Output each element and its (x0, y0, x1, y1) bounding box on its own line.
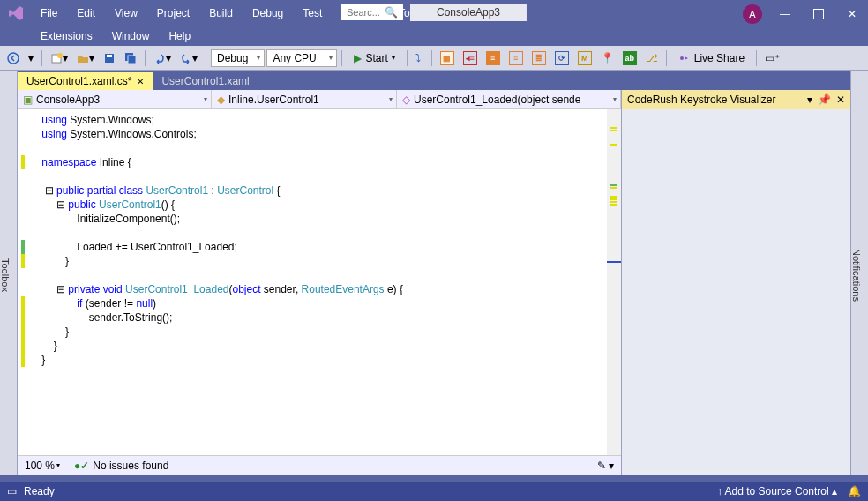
code-editor[interactable]: using System.Windows; using System.Windo… (18, 109, 621, 455)
main-toolbar: ▾ ▾ ▾ ▾ ▾ Debug Any CPU ▶Start▾ ⤵ ▦ ◂≡ ≡… (0, 46, 868, 71)
svg-point-0 (8, 53, 19, 64)
cr-icon-4[interactable]: ≡ (505, 49, 527, 68)
svg-point-2 (57, 53, 63, 58)
cr-icon-10[interactable]: ⎇ (642, 49, 662, 68)
save-button[interactable] (100, 49, 119, 68)
search-box[interactable]: 🔍 (341, 4, 403, 20)
config-dropdown[interactable]: Debug (211, 49, 265, 67)
user-avatar[interactable]: A (743, 4, 762, 24)
menu-file[interactable]: File (32, 4, 66, 23)
search-icon: 🔍 (385, 6, 398, 19)
cr-icon-1[interactable]: ▦ (437, 49, 458, 68)
menu-build[interactable]: Build (200, 4, 242, 23)
step-button[interactable]: ⤵ (412, 49, 424, 68)
menu-view[interactable]: View (106, 4, 146, 23)
nav-method-dropdown[interactable]: ◇UserControl1_Loaded(object sende (397, 90, 621, 108)
menu-edit[interactable]: Edit (68, 4, 104, 23)
menu-window[interactable]: Window (103, 26, 159, 46)
svg-rect-6 (128, 56, 136, 64)
save-all-button[interactable] (121, 49, 140, 68)
svg-point-7 (680, 56, 684, 60)
back-button[interactable] (4, 49, 23, 68)
toolbox-sidebar[interactable]: Toolbox (0, 71, 18, 475)
panel-header[interactable]: CodeRush Keystroke Visualizer ▾ 📌 ✕ (622, 90, 850, 109)
cr-icon-5[interactable]: ≣ (528, 49, 550, 68)
close-tab-icon[interactable]: ✕ (137, 77, 144, 86)
cr-icon-8[interactable]: 📍 (597, 49, 617, 68)
minimize-button[interactable]: — (774, 5, 796, 23)
redo-button[interactable]: ▾ (176, 49, 201, 68)
tab-usercontrol-xaml[interactable]: UserControl1.xaml (153, 72, 258, 90)
menu-extensions[interactable]: Extensions (32, 26, 101, 46)
maximize-button[interactable] (808, 5, 829, 23)
new-project-button[interactable]: ▾ (47, 49, 71, 68)
health-indicator[interactable]: ●✓No issues found (74, 460, 168, 472)
close-panel-icon[interactable]: ✕ (836, 93, 845, 106)
status-bar: ▭ Ready ↑ Add to Source Control ▴ 🔔 (0, 482, 868, 501)
panel-body (622, 109, 850, 475)
vertical-scrollbar[interactable] (607, 109, 621, 455)
feedback-button[interactable]: ▭⁺ (761, 49, 783, 68)
close-button[interactable]: ✕ (842, 5, 863, 23)
status-ready: Ready (24, 485, 55, 497)
cr-icon-7[interactable]: M (574, 49, 595, 68)
platform-dropdown[interactable]: Any CPU (266, 49, 337, 67)
notifications-sidebar[interactable]: Notifications (850, 71, 868, 475)
cr-icon-2[interactable]: ◂≡ (460, 49, 481, 68)
nav-class-dropdown[interactable]: ◆Inline.UserControl1 (212, 90, 397, 108)
cr-icon-9[interactable]: ab (619, 49, 640, 68)
menu-test[interactable]: Test (294, 4, 331, 23)
menu-help[interactable]: Help (160, 26, 199, 46)
undo-button[interactable]: ▾ (150, 49, 175, 68)
zoom-level[interactable]: 100 %▾ (25, 460, 60, 472)
open-button[interactable]: ▾ (73, 49, 98, 68)
menu-project[interactable]: Project (148, 4, 198, 23)
liveshare-button[interactable]: Live Share (671, 49, 752, 68)
tab-usercontrol-cs[interactable]: UserControl1.xaml.cs*✕ (18, 72, 153, 90)
nav-project-dropdown[interactable]: ▣ConsoleApp3 (18, 90, 212, 108)
output-icon[interactable]: ▭ (7, 485, 17, 497)
cr-icon-6[interactable]: ⟳ (551, 49, 572, 68)
vs-logo-icon[interactable] (4, 1, 28, 26)
source-control-button[interactable]: ↑ Add to Source Control ▴ (717, 485, 837, 497)
svg-rect-4 (107, 55, 112, 57)
notifications-bell-icon[interactable]: 🔔 (848, 485, 861, 497)
window-position-icon[interactable]: ▾ (807, 93, 812, 106)
menu-debug[interactable]: Debug (243, 4, 292, 23)
panel-title-text: CodeRush Keystroke Visualizer (627, 93, 776, 106)
start-button[interactable]: ▶Start▾ (347, 50, 401, 66)
search-input[interactable] (347, 7, 382, 18)
screwdriver-icon[interactable]: ✎ ▾ (597, 460, 614, 472)
document-tabs: UserControl1.xaml.cs*✕ UserControl1.xaml (18, 71, 850, 90)
forward-button[interactable]: ▾ (25, 49, 37, 68)
pin-icon[interactable]: 📌 (818, 93, 831, 106)
cr-icon-3[interactable]: ≡ (483, 49, 504, 68)
app-title: ConsoleApp3 (410, 4, 527, 21)
